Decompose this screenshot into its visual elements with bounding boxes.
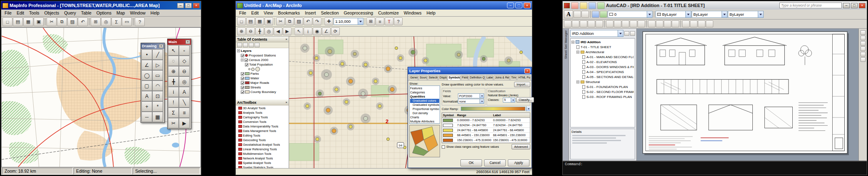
new-icon[interactable]: □ <box>2 17 12 26</box>
tab-symbology[interactable]: Symbology <box>448 75 460 80</box>
menu-map[interactable]: Map <box>114 10 127 16</box>
cut-icon[interactable]: ✂ <box>47 17 57 26</box>
menu-windows[interactable]: Windows <box>401 10 424 16</box>
qat-new-icon[interactable] <box>571 2 579 9</box>
menu-tools[interactable]: Tools <box>27 10 42 16</box>
layer-properties-icon[interactable] <box>592 11 599 18</box>
class-swatch[interactable] <box>443 129 453 132</box>
show-charts[interactable]: Charts <box>410 115 439 120</box>
editing-status[interactable]: Editing: None <box>74 168 132 174</box>
menu-selection[interactable]: Selection <box>318 10 341 16</box>
maximize-button[interactable]: □ <box>851 3 858 8</box>
qat-save-icon[interactable] <box>589 2 596 9</box>
drawing-palette[interactable]: Drawing × • ╱ ∠ ▷ ◯ ▭ ▢ ◠ A ⊡ + * ─ ▦ <box>141 43 165 123</box>
zoom-window-icon[interactable] <box>664 20 671 27</box>
plot-icon[interactable] <box>588 20 595 27</box>
new-icon[interactable] <box>564 20 571 27</box>
menu-bookmarks[interactable]: Bookmarks <box>276 10 303 16</box>
chevron-down-icon[interactable] <box>758 11 763 17</box>
col-label[interactable]: Label <box>493 113 529 117</box>
paste-icon[interactable]: ▨ <box>67 17 77 26</box>
menu-file[interactable]: File <box>2 10 14 16</box>
add-data-icon[interactable]: ✚ <box>324 17 333 25</box>
mapinfo-map-area[interactable]: Drawing × • ╱ ∠ ▷ ◯ ▭ ▢ ◠ A ⊡ + * ─ ▦ <box>1 27 201 167</box>
table-style-icon[interactable] <box>581 11 589 18</box>
command-prompt[interactable]: Command: <box>565 162 865 166</box>
next-extent-icon[interactable]: ▶ <box>283 27 292 35</box>
show-graduated-colors[interactable]: Graduated colors <box>410 99 439 103</box>
copy-icon[interactable]: ⧉ <box>57 17 67 26</box>
editor-toolbar-icon[interactable]: ⊞ <box>366 17 375 25</box>
main-palette[interactable]: Main × ↖ ▫ ◌ ◇ ⊕ ⊖ ╋ ◎ i A ! ╲ Σ ≡ ✂ ▶ <box>167 39 191 129</box>
collapse-icon[interactable] <box>237 49 240 52</box>
maximize-button[interactable]: □ <box>185 3 192 8</box>
show-graduated-symbols[interactable]: Graduated symbols <box>410 103 439 107</box>
menu-view[interactable]: View <box>261 10 276 16</box>
qat-open-icon[interactable] <box>580 2 587 9</box>
pan-icon[interactable]: ╋ <box>255 27 264 35</box>
layer-checkbox[interactable] <box>241 54 244 57</box>
layer-properties-dialog[interactable]: Layer Properties × General Source Select… <box>408 67 532 168</box>
zoom-realtime-icon[interactable] <box>656 20 663 27</box>
pan-realtime-icon[interactable] <box>648 20 655 27</box>
tab-joins-relates[interactable]: Joins & Relates <box>494 75 509 80</box>
copy-icon[interactable]: ⧉ <box>285 17 294 25</box>
clip-region-icon[interactable]: ✂ <box>168 118 179 128</box>
menu-help[interactable]: Help <box>424 10 438 16</box>
measure-icon[interactable]: ∠ <box>322 27 331 35</box>
close-icon[interactable]: × <box>285 100 287 104</box>
tab-labels[interactable]: Labels <box>485 75 494 80</box>
open-icon[interactable]: ▤ <box>246 17 255 25</box>
plot-preview-icon[interactable] <box>596 20 603 27</box>
list-by-source-icon[interactable] <box>243 43 248 47</box>
chevron-down-icon[interactable] <box>480 99 484 103</box>
close-button[interactable]: × <box>524 2 531 8</box>
tab-definition-query[interactable]: Definition Query <box>469 75 485 80</box>
classify-button[interactable]: Classify... <box>516 97 534 103</box>
zoom-in-icon[interactable]: ⊕ <box>237 27 246 35</box>
draw-order-icon[interactable] <box>861 30 866 35</box>
undo-icon[interactable] <box>630 20 637 27</box>
show-multiple-attributes[interactable]: Multiple Attributes <box>410 120 439 124</box>
arctoolbox-tree[interactable]: 3D Analyst Tools Analysis Tools Cartogra… <box>236 105 289 168</box>
ucs-icon[interactable] <box>861 41 866 46</box>
lineweight-combo[interactable]: ByLayer <box>728 11 764 18</box>
arc-tool-icon[interactable]: ◠ <box>152 81 163 91</box>
menu-customize[interactable]: Customize <box>376 10 401 16</box>
info-tool-icon[interactable]: i <box>168 87 179 97</box>
sheet-set-manager-icon[interactable] <box>698 20 705 27</box>
text-style-icon[interactable]: A <box>564 10 573 18</box>
chevron-down-icon[interactable] <box>526 106 530 111</box>
show-categories[interactable]: Categories <box>410 90 439 95</box>
save-icon[interactable] <box>580 20 587 27</box>
normalization-combo[interactable]: none <box>458 99 484 104</box>
layer-control-icon[interactable]: ≡ <box>179 108 190 118</box>
linetype-combo[interactable]: ByLayer <box>692 11 727 18</box>
label-tool-icon[interactable]: A <box>179 87 190 97</box>
view-cube-icon[interactable] <box>861 46 866 51</box>
layer-checkbox[interactable] <box>241 77 244 80</box>
tab-html-popup[interactable]: HTML Popup <box>517 75 531 80</box>
collapse-icon[interactable] <box>576 51 579 54</box>
new-grapher-icon[interactable]: Σ <box>111 17 121 26</box>
hotlink-tool-icon[interactable]: ! <box>168 97 179 108</box>
statistics-icon[interactable]: Σ <box>168 108 179 118</box>
collapse-icon[interactable] <box>241 59 244 61</box>
ssm-palette-titlebar[interactable]: Sheet Set Manager <box>563 29 569 161</box>
show-features[interactable]: Features <box>410 86 439 90</box>
sheet-list-tree[interactable]: IRD Addition T-01 - TITLE SHEET Architec… <box>570 38 635 127</box>
mapinfo-titlebar[interactable]: MapInfo Professional - [TOWN,STREET,WATE… <box>1 1 201 10</box>
properties-palette-icon[interactable] <box>682 20 690 27</box>
dialog-titlebar[interactable]: Layer Properties × <box>408 67 532 74</box>
advanced-button[interactable]: Advanced <box>512 144 530 149</box>
close-icon[interactable]: × <box>524 68 530 73</box>
maximize-button[interactable]: □ <box>515 2 522 8</box>
classes-combo[interactable]: 5 <box>503 98 515 103</box>
tab-general[interactable]: General <box>409 75 418 80</box>
map-scale-combo[interactable]: 1:10,000 <box>334 18 364 25</box>
ruler-tool-icon[interactable]: ╲ <box>179 97 190 108</box>
change-view-icon[interactable]: ◎ <box>179 76 190 87</box>
chevron-down-icon[interactable] <box>722 11 727 17</box>
refresh-icon[interactable] <box>624 31 629 36</box>
help-icon[interactable]: ? <box>394 17 403 25</box>
